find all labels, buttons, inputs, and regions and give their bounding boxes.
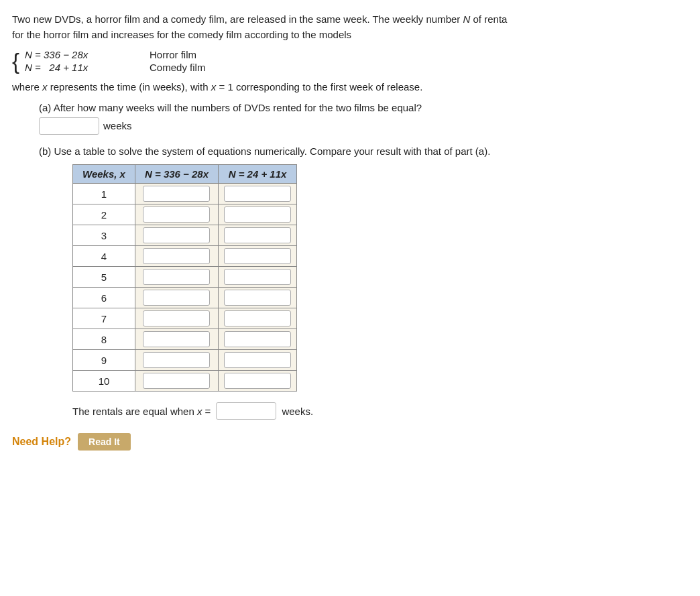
table-row: 5 — [73, 267, 297, 288]
table-cell-week: 3 — [73, 225, 135, 246]
need-help-row: Need Help? Read It — [12, 433, 688, 451]
part-a-weeks-input[interactable] — [39, 117, 99, 135]
comedy-value-input-8[interactable] — [224, 331, 291, 347]
part-a-section: (a) After how many weeks will the number… — [39, 102, 688, 135]
comedy-value-input-10[interactable] — [224, 373, 291, 389]
table-row: 10 — [73, 371, 297, 392]
table-cell-horror[interactable] — [135, 225, 218, 246]
part-a-input-row: weeks — [39, 117, 688, 135]
table-cell-week: 6 — [73, 288, 135, 308]
table-cell-comedy[interactable] — [219, 308, 297, 329]
table-cell-week: 7 — [73, 308, 135, 329]
part-a-weeks-label: weeks — [103, 120, 132, 131]
table-cell-comedy[interactable] — [219, 288, 297, 308]
eq1-film-label: Horror film — [150, 49, 196, 60]
table-cell-week: 2 — [73, 204, 135, 225]
horror-value-input-1[interactable] — [143, 186, 210, 202]
table-cell-week: 1 — [73, 184, 135, 204]
col-header-horror: N = 336 − 28x — [135, 165, 218, 184]
table-row: 6 — [73, 288, 297, 308]
equal-x-input[interactable] — [216, 402, 276, 420]
table-cell-horror[interactable] — [135, 371, 218, 392]
table-cell-horror[interactable] — [135, 246, 218, 267]
table-cell-comedy[interactable] — [219, 267, 297, 288]
comedy-value-input-4[interactable] — [224, 248, 291, 264]
comedy-value-input-7[interactable] — [224, 310, 291, 326]
table-cell-horror[interactable] — [135, 267, 218, 288]
col-header-comedy: N = 24 + 11x — [219, 165, 297, 184]
horror-value-input-7[interactable] — [143, 310, 210, 326]
intro-paragraph: Two new DVDs, a horror film and a comedy… — [12, 12, 688, 42]
table-cell-horror[interactable] — [135, 288, 218, 308]
table-cell-comedy[interactable] — [219, 225, 297, 246]
table-cell-horror[interactable] — [135, 184, 218, 204]
table-row: 2 — [73, 204, 297, 225]
read-it-button[interactable]: Read It — [78, 433, 131, 451]
equal-row: The rentals are equal when x = weeks. — [72, 402, 688, 420]
horror-value-input-6[interactable] — [143, 290, 210, 306]
eq1-formula: N = 336 − 28x — [25, 49, 139, 60]
table-cell-week: 8 — [73, 329, 135, 350]
part-b-label: (b) Use a table to solve the system of e… — [39, 144, 688, 160]
horror-value-input-10[interactable] — [143, 373, 210, 389]
comedy-value-input-5[interactable] — [224, 269, 291, 285]
table-row: 4 — [73, 246, 297, 267]
equations-list: N = 336 − 28x Horror film N = 24 + 11x C… — [25, 49, 205, 73]
table-row: 8 — [73, 329, 297, 350]
horror-value-input-8[interactable] — [143, 331, 210, 347]
table-cell-horror[interactable] — [135, 308, 218, 329]
eq2-film-label: Comedy film — [150, 62, 205, 73]
need-help-label: Need Help? — [12, 436, 71, 448]
system-of-equations: { N = 336 − 28x Horror film N = 24 + 11x… — [12, 49, 688, 73]
table-cell-comedy[interactable] — [219, 350, 297, 371]
part-a-label: (a) After how many weeks will the number… — [39, 102, 688, 113]
part-b-section: (b) Use a table to solve the system of e… — [39, 144, 688, 420]
table-cell-week: 10 — [73, 371, 135, 392]
horror-value-input-5[interactable] — [143, 269, 210, 285]
equal-text-before: The rentals are equal when x = — [72, 406, 211, 417]
horror-value-input-4[interactable] — [143, 248, 210, 264]
table-row: 7 — [73, 308, 297, 329]
table-cell-comedy[interactable] — [219, 184, 297, 204]
table-header-row: Weeks, x N = 336 − 28x N = 24 + 11x — [73, 165, 297, 184]
where-text: where x represents the time (in weeks), … — [12, 80, 688, 95]
table-row: 1 — [73, 184, 297, 204]
comedy-value-input-6[interactable] — [224, 290, 291, 306]
horror-value-input-3[interactable] — [143, 227, 210, 243]
table-cell-week: 9 — [73, 350, 135, 371]
equation-row-comedy: N = 24 + 11x Comedy film — [25, 62, 205, 73]
table-cell-horror[interactable] — [135, 329, 218, 350]
equation-brace-wrap: { N = 336 − 28x Horror film N = 24 + 11x… — [12, 49, 205, 73]
brace-symbol: { — [12, 50, 19, 72]
table-cell-week: 5 — [73, 267, 135, 288]
table-row: 3 — [73, 225, 297, 246]
equations-table: Weeks, x N = 336 − 28x N = 24 + 11x 1234… — [72, 164, 297, 392]
equation-row-horror: N = 336 − 28x Horror film — [25, 49, 205, 60]
table-cell-horror[interactable] — [135, 350, 218, 371]
table-cell-comedy[interactable] — [219, 371, 297, 392]
table-cell-comedy[interactable] — [219, 204, 297, 225]
table-cell-horror[interactable] — [135, 204, 218, 225]
table-row: 9 — [73, 350, 297, 371]
comedy-value-input-3[interactable] — [224, 227, 291, 243]
col-header-weeks: Weeks, x — [73, 165, 135, 184]
eq2-formula: N = 24 + 11x — [25, 62, 139, 73]
horror-value-input-9[interactable] — [143, 352, 210, 368]
table-cell-comedy[interactable] — [219, 329, 297, 350]
comedy-value-input-1[interactable] — [224, 186, 291, 202]
comedy-value-input-9[interactable] — [224, 352, 291, 368]
horror-value-input-2[interactable] — [143, 206, 210, 223]
intro-text: Two new DVDs, a horror film and a comedy… — [12, 12, 688, 42]
table-cell-comedy[interactable] — [219, 246, 297, 267]
equal-text-after: weeks. — [282, 406, 313, 417]
table-cell-week: 4 — [73, 246, 135, 267]
comedy-value-input-2[interactable] — [224, 206, 291, 223]
